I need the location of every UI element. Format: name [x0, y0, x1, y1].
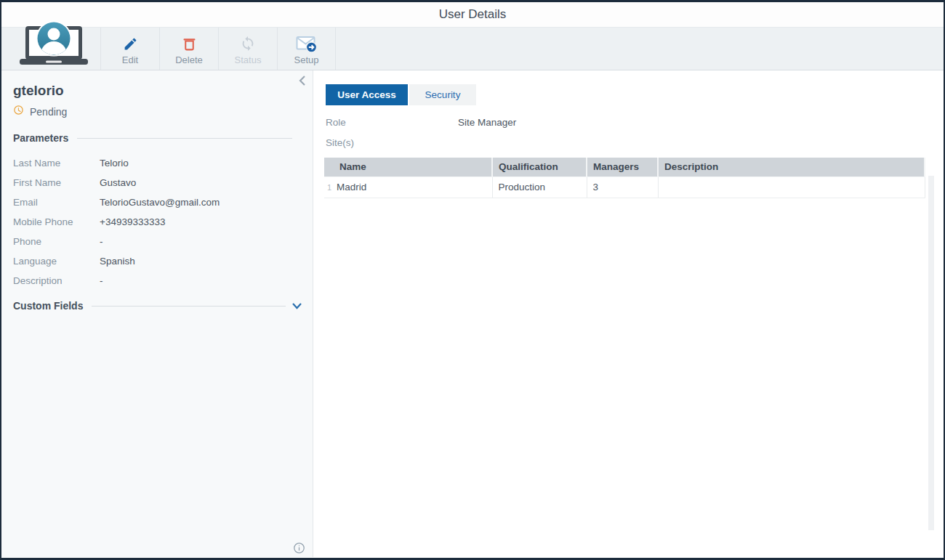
- site-name-cell: Madrid: [337, 182, 366, 192]
- parameters-list: Last Name Telorio First Name Gustavo Ema…: [1, 153, 313, 291]
- username-heading: gtelorio: [13, 83, 313, 99]
- delete-button[interactable]: Delete: [159, 28, 218, 70]
- tab-bar: User Access Security: [326, 84, 944, 105]
- user-laptop-avatar: [19, 19, 89, 68]
- status-label: Pending: [30, 106, 67, 118]
- tab-user-access[interactable]: User Access: [326, 84, 408, 105]
- envelope-arrow-icon: [296, 35, 317, 52]
- title-bar: User Details: [1, 2, 944, 28]
- status-button-label: Status: [235, 54, 262, 65]
- trash-icon: [182, 35, 197, 52]
- column-header-qualification[interactable]: Qualification: [492, 158, 587, 176]
- role-label: Role: [326, 117, 458, 128]
- scrollbar-track[interactable]: [928, 176, 934, 530]
- column-header-managers[interactable]: Managers: [587, 158, 658, 176]
- section-divider: [92, 306, 286, 307]
- field-label: Phone: [13, 236, 100, 247]
- edit-button[interactable]: Edit: [100, 28, 159, 70]
- laptop-avatar-icon: [19, 58, 89, 70]
- parameter-row-language: Language Spanish: [1, 251, 313, 271]
- field-label: First Name: [13, 177, 100, 188]
- info-icon[interactable]: [293, 542, 305, 554]
- site-qualification-cell: Production: [492, 176, 587, 198]
- field-value: -: [100, 236, 103, 247]
- field-label: Email: [13, 197, 100, 208]
- sites-label: Site(s): [326, 137, 944, 148]
- field-value: TelorioGustavo@gmail.com: [100, 197, 220, 208]
- parameter-row-mobile-phone: Mobile Phone +34939333333: [1, 212, 313, 232]
- pencil-icon: [123, 35, 138, 52]
- row-number: 1: [324, 183, 337, 192]
- chevron-down-icon: [291, 302, 302, 309]
- parameter-row-description: Description -: [1, 271, 313, 291]
- field-value: Spanish: [100, 256, 135, 267]
- site-managers-cell: 3: [587, 176, 658, 198]
- field-value: -: [100, 275, 103, 286]
- column-header-name[interactable]: Name: [324, 158, 492, 176]
- edit-button-label: Edit: [122, 54, 138, 65]
- sites-table-header-row: Name Qualification Managers Description: [324, 158, 925, 176]
- field-label: Description: [13, 275, 100, 286]
- clock-icon: [13, 105, 24, 118]
- user-detail-panel: User Access Security Role Site Manager S…: [313, 70, 944, 557]
- toolbar-buttons: Edit Delete: [100, 28, 336, 70]
- collapse-panel-button[interactable]: [295, 76, 308, 89]
- site-description-cell: [658, 176, 925, 198]
- user-details-window: User Details: [0, 0, 945, 560]
- user-summary-panel: gtelorio Pending Parameters Last Name Te…: [1, 70, 313, 557]
- parameter-row-last-name: Last Name Telorio: [1, 153, 313, 173]
- custom-fields-section-header[interactable]: Custom Fields: [13, 300, 302, 312]
- parameter-row-first-name: First Name Gustavo: [1, 173, 313, 192]
- chevron-left-icon: [298, 75, 306, 89]
- table-row-madrid[interactable]: 1Madrid Production 3: [324, 176, 925, 198]
- role-value: Site Manager: [458, 117, 516, 128]
- field-label: Last Name: [13, 158, 100, 169]
- field-value: Gustavo: [100, 177, 136, 188]
- field-value: +34939333333: [100, 216, 165, 227]
- delete-button-label: Delete: [175, 54, 203, 65]
- parameters-section-title: Parameters: [13, 132, 68, 144]
- field-label: Mobile Phone: [13, 216, 100, 227]
- column-header-description[interactable]: Description: [658, 158, 925, 176]
- tab-security[interactable]: Security: [409, 84, 476, 105]
- field-value: Telorio: [100, 158, 129, 169]
- setup-button-label: Setup: [294, 54, 319, 65]
- custom-fields-section-title: Custom Fields: [13, 300, 83, 312]
- parameter-row-email: Email TelorioGustavo@gmail.com: [1, 192, 313, 212]
- parameters-section-header: Parameters: [13, 132, 292, 144]
- status-button: Status: [218, 28, 277, 70]
- page-title: User Details: [439, 7, 507, 22]
- status-badge: Pending: [13, 105, 313, 118]
- setup-button[interactable]: Setup: [277, 28, 336, 70]
- sync-arrows-icon: [240, 35, 256, 52]
- field-label: Language: [13, 256, 100, 267]
- role-row: Role Site Manager: [326, 117, 944, 128]
- parameter-row-phone: Phone -: [1, 232, 313, 251]
- section-divider: [77, 138, 292, 139]
- toolbar: Edit Delete: [1, 28, 944, 70]
- sites-table: Name Qualification Managers Description …: [324, 158, 925, 198]
- content-area: gtelorio Pending Parameters Last Name Te…: [1, 70, 944, 557]
